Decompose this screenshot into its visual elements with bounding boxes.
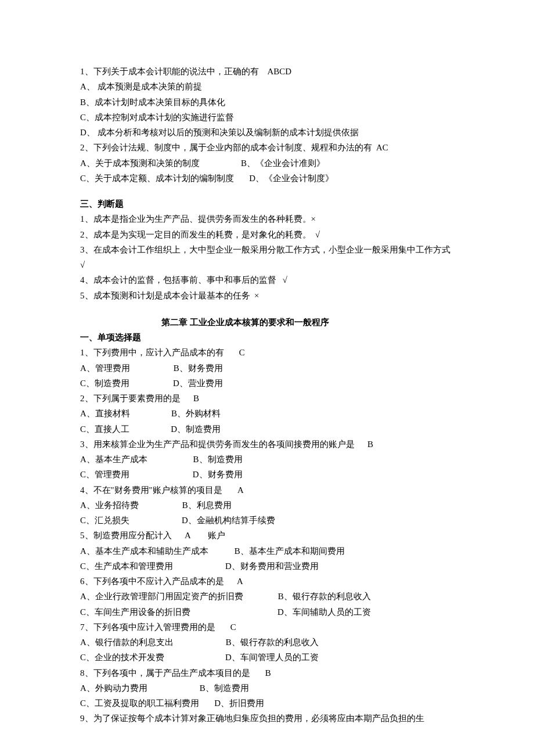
c2q6-row2: C、车间生产用设备的折旧费 D、车间辅助人员的工资 [80,604,454,620]
c2q3-row2: C、管理费用 D、财务费用 [80,467,454,482]
q2-stem: 2、下列会计法规、制度中，属于企业内部的成本会计制度、规程和办法的有 AC [80,140,454,155]
c2q6-row1: A、企业行政管理部门用固定资产的折旧费 B、银行存款的利息收入 [80,589,454,604]
section1b-title: 一、单项选择题 [80,330,454,345]
c2q9-stem: 9、为了保证按每个成本计算对象正确地归集应负担的费用，必须将应由本期产品负担的生 [80,711,454,726]
c2q2-row2: C、直接人工 D、制造费用 [80,422,454,437]
c2q3-row1: A、基本生产成本 B、制造费用 [80,452,454,467]
c2q8-row2: C、工资及提取的职工福利费用 D、折旧费用 [80,696,454,711]
judge-2: 2、成本是为实现一定目的而发生的耗费，是对象化的耗费。 √ [80,227,454,242]
c2q8-row1: A、外购动力费用 B、制造费用 [80,681,454,696]
section3-title: 三、判断题 [80,196,454,211]
c2q2-stem: 2、下列属于要素费用的是 B [80,391,454,406]
c2q6-stem: 6、下列各项中不应计入产品成本的是 A [80,574,454,589]
q1-option-b: B、成本计划时成本决策目标的具体化 [80,95,454,110]
c2q5-stem: 5、制造费用应分配计入 A 账户 [80,528,454,543]
judge-5: 5、成本预测和计划是成本会计最基本的任务 × [80,288,454,303]
c2q3-stem: 3、用来核算企业为生产产品和提供劳务而发生的各项间接费用的账户是 B [80,437,454,452]
q1-option-d: D、 成本分析和考核对以后的预测和决策以及编制新的成本计划提供依据 [80,125,454,140]
c2q7-stem: 7、下列各项中应计入管理费用的是 C [80,620,454,635]
q2-row1: A、关于成本预测和决策的制度 B、《企业会计准则》 [80,156,454,171]
judge-3: 3、在成本会计工作组织上，大中型企业一般采用分散工作方式，小型企业一般采用集中工… [80,242,454,273]
c2q2-row1: A、直接材料 B、外购材料 [80,406,454,421]
c2q7-row1: A、银行借款的利息支出 B、银行存款的利息收入 [80,635,454,650]
page-container: 1、下列关于成本会计职能的说法中，正确的有 ABCD A、 成本预测是成本决策的… [80,64,454,756]
c2q1-row1: A、管理费用 B、财务费用 [80,361,454,376]
c2q8-stem: 8、下列各项中，属于产品生产成本项目的是 B [80,665,454,681]
c2q5-row1: A、基本生产成本和辅助生产成本 B、基本生产成本和期间费用 [80,543,454,559]
c2q1-row2: C、制造费用 D、营业费用 [80,376,454,391]
c2q4-row2: C、汇兑损失 D、金融机构结算手续费 [80,513,454,528]
c2q1-stem: 1、下列费用中，应计入产品成本的有 C [80,345,454,360]
judge-4: 4、成本会计的监督，包括事前、事中和事后的监督 √ [80,272,454,287]
c2q7-row2: C、企业的技术开发费 D、车间管理人员的工资 [80,650,454,665]
q1-option-a: A、 成本预测是成本决策的前提 [80,79,454,94]
c2q4-row1: A、业务招待费 B、利息费用 [80,498,454,513]
c2q5-row2: C、生产成本和管理费用 D、财务费用和营业费用 [80,559,454,574]
c2q4-stem: 4、不在"财务费用"账户核算的项目是 A [80,483,454,498]
q2-row2: C、关于成本定额、成本计划的编制制度 D、《企业会计制度》 [80,171,454,186]
q1-option-c: C、成本控制对成本计划的实施进行监督 [80,110,454,125]
judge-1: 1、成本是指企业为生产产品、提供劳务而发生的各种耗费。× [80,211,454,226]
q1-stem: 1、下列关于成本会计职能的说法中，正确的有 ABCD [80,64,454,79]
chapter2-title: 第二章 工业企业成本核算的要求和一般程序 [161,315,454,330]
